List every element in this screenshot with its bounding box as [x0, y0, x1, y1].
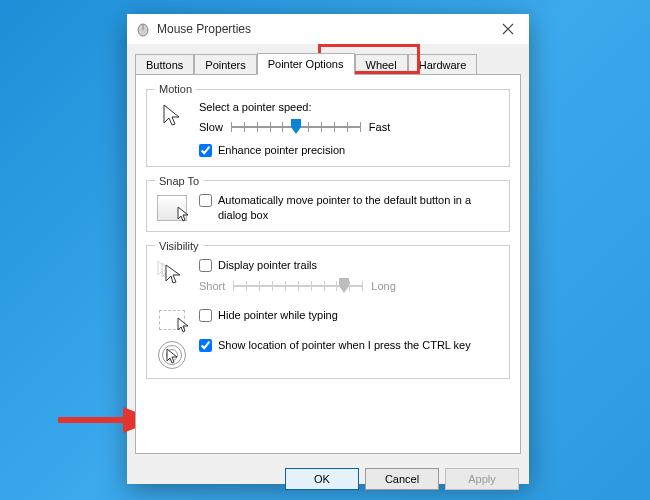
tab-panel: Motion Select a pointer speed: Slow Fas	[135, 74, 521, 454]
snapto-icon	[155, 193, 189, 221]
motion-legend: Motion	[155, 83, 196, 95]
motion-group: Motion Select a pointer speed: Slow Fas	[146, 83, 510, 167]
enhance-precision-checkbox[interactable]: Enhance pointer precision	[199, 143, 501, 158]
fast-label: Fast	[369, 121, 390, 133]
visibility-group: Visibility Display pointer trails	[146, 240, 510, 380]
window-title: Mouse Properties	[157, 22, 487, 36]
snapto-checkbox[interactable]: Automatically move pointer to the defaul…	[199, 193, 501, 223]
close-button[interactable]	[487, 14, 529, 44]
snapto-legend: Snap To	[155, 175, 203, 187]
cursor-speed-icon	[155, 101, 189, 129]
tab-buttons[interactable]: Buttons	[135, 54, 194, 75]
speed-label: Select a pointer speed:	[199, 101, 501, 113]
tab-pointer-options[interactable]: Pointer Options	[257, 53, 355, 75]
apply-button: Apply	[445, 468, 519, 490]
pointer-trails-checkbox[interactable]: Display pointer trails	[199, 258, 501, 273]
button-bar: OK Cancel Apply	[127, 462, 529, 500]
hide-while-typing-checkbox[interactable]: Hide pointer while typing	[199, 308, 501, 323]
tab-hardware[interactable]: Hardware	[408, 54, 478, 75]
ctrl-locate-icon	[155, 338, 189, 370]
short-label: Short	[199, 280, 225, 292]
trails-length-slider	[233, 276, 363, 296]
ctrl-location-checkbox[interactable]: Show location of pointer when I press th…	[199, 338, 501, 353]
visibility-legend: Visibility	[155, 240, 203, 252]
tab-wheel[interactable]: Wheel	[355, 54, 408, 75]
mouse-properties-window: Mouse Properties Buttons Pointers Pointe…	[127, 14, 529, 484]
pointer-speed-slider[interactable]	[231, 117, 361, 137]
mouse-icon	[135, 21, 151, 37]
ok-button[interactable]: OK	[285, 468, 359, 490]
snapto-group: Snap To Automatically move pointer to th…	[146, 175, 510, 232]
long-label: Long	[371, 280, 395, 292]
tab-strip: Buttons Pointers Pointer Options Wheel H…	[127, 44, 529, 74]
pointer-trails-icon	[155, 258, 189, 286]
hide-typing-icon	[155, 308, 189, 330]
slow-label: Slow	[199, 121, 223, 133]
cancel-button[interactable]: Cancel	[365, 468, 439, 490]
tab-pointers[interactable]: Pointers	[194, 54, 256, 75]
titlebar: Mouse Properties	[127, 14, 529, 44]
